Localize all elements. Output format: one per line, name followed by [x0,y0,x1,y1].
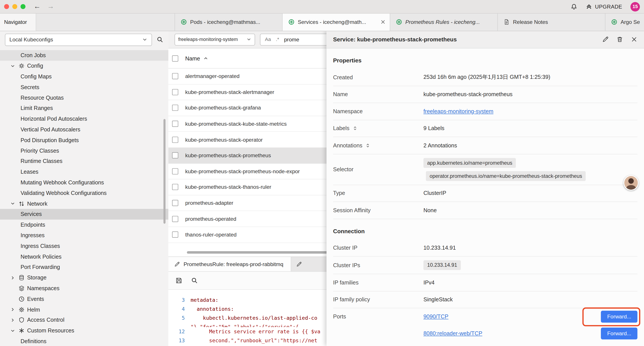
sidebar-item-cron-jobs[interactable]: Cron Jobs [0,50,168,61]
search-value: prome [284,36,299,42]
row-label: thanos-ruler-operated [185,232,236,238]
sidebar-item-resource-quotas[interactable]: Resource Quotas [0,92,168,103]
prop-label: Type [333,190,424,196]
row-checkbox[interactable] [172,232,178,238]
forward-button[interactable]: Forward... [601,328,638,340]
sidebar-item-network[interactable]: Network [0,198,168,209]
floating-user-avatar[interactable] [624,175,638,190]
sidebar-item-priority-classes[interactable]: Priority Classes [0,145,168,156]
tab-release-notes[interactable]: Release Notes [498,13,606,31]
sidebar-item-events[interactable]: Events [0,294,168,304]
kubernetes-icon [396,19,402,25]
back-arrow-icon[interactable]: ← [34,2,41,10]
dock-tab-partial[interactable] [291,257,307,271]
prop-label-text: Labels [333,125,350,131]
row-checkbox[interactable] [172,137,178,143]
code-text: second.","runbook_url":"https://net [190,336,317,345]
select-all-checkbox[interactable] [172,55,178,61]
kubeconfig-select[interactable]: Local Kubeconfigs [5,33,152,46]
row-checkbox[interactable] [172,200,178,206]
row-checkbox[interactable] [172,216,178,222]
sidebar-item-mutating-webhook-configurations[interactable]: Mutating Webhook Configurations [0,177,168,188]
sidebar-item-runtime-classes[interactable]: Runtime Classes [0,156,168,166]
row-checkbox[interactable] [172,152,178,159]
chevron-right-icon[interactable] [10,275,15,280]
prop-label-text: Type [333,190,345,196]
tab-prometheus-rules-icecheng[interactable]: Prometheus Rules - icecheng... [390,13,498,31]
sidebar-item-leases[interactable]: Leases [0,167,168,177]
sidebar-item-port-forwarding[interactable]: Port Forwarding [0,262,168,272]
namespace-select[interactable]: freeleaps-monitoring-system [174,33,255,45]
editor-search-icon[interactable] [191,277,198,284]
row-checkbox[interactable] [172,121,178,127]
row-checkbox[interactable] [172,168,178,174]
sidebar-search-icon[interactable] [156,36,164,43]
match-case-toggle[interactable]: Aa [265,36,271,42]
forward-button[interactable]: Forward... [601,311,638,323]
sidebar-item-helm[interactable]: Helm [0,304,168,315]
sidebar-item-services[interactable]: Services [0,209,168,219]
titlebar-right: UPGRADE 15 [570,2,640,11]
updown-icon[interactable] [352,126,358,131]
prop-label: Cluster IPs [333,262,424,268]
port-link[interactable]: 8080:reloader-web/TCP [424,331,482,337]
row-checkbox[interactable] [172,105,178,111]
sidebar-item-network-policies[interactable]: Network Policies [0,251,168,262]
row-checkbox[interactable] [172,73,178,79]
dock-tab-prometheusrule[interactable]: PrometheusRule: freeleaps-prod-rabbitmq [168,257,291,271]
chevron-down-icon[interactable] [10,63,15,68]
ports-lines: 9090/TCPForward...8080:reloader-web/TCPF… [424,308,638,342]
upgrade-button[interactable]: UPGRADE [586,3,622,10]
sidebar-item-limit-ranges[interactable]: Limit Ranges [0,103,168,113]
sidebar-item-vertical-pod-autoscalers[interactable]: Vertical Pod Autoscalers [0,124,168,135]
sidebar-item-config[interactable]: Config [0,61,168,71]
port-link[interactable]: 9090/TCP [424,314,448,320]
close-icon[interactable] [380,19,386,24]
chevron-down-icon[interactable] [10,201,15,206]
sidebar-item-ingresses[interactable]: Ingresses [0,230,168,241]
sidebar-item-ingress-classes[interactable]: Ingress Classes [0,241,168,251]
chevron-down-icon[interactable] [10,328,15,333]
sidebar-item-horizontal-pod-autoscalers[interactable]: Horizontal Pod Autoscalers [0,114,168,124]
zoom-window-button[interactable] [20,4,26,9]
namespace-link[interactable]: freeleaps-monitoring-system [424,108,494,114]
drawer-actions [602,36,638,43]
regex-toggle[interactable]: .* [276,36,279,42]
sidebar-item-config-maps[interactable]: Config Maps [0,71,168,82]
sidebar-item-pod-disruption-budgets[interactable]: Pod Disruption Budgets [0,135,168,145]
updown-icon[interactable] [365,143,370,148]
forward-arrow-icon[interactable]: → [47,2,54,10]
sidebar-item-endpoints[interactable]: Endpoints [0,219,168,230]
sidebar-item-definitions[interactable]: Definitions [0,336,168,346]
close-icon[interactable] [631,36,638,43]
navigator-tab[interactable]: Navigator [0,13,36,31]
delete-icon[interactable] [616,36,623,43]
sidebar-item-validating-webhook-configurations[interactable]: Validating Webhook Configurations [0,188,168,198]
sidebar-scrollbar-thumb[interactable] [164,119,166,224]
sidebar-item-access-control[interactable]: Access Control [0,315,168,325]
row-label: prometheus-operated [185,216,236,222]
prop-label: Ports [333,308,424,325]
drawer-row-labels: Labels9 Labels [333,120,638,137]
clock-icon [18,296,24,302]
save-icon[interactable] [175,277,182,284]
sidebar-item-namespaces[interactable]: Namespaces [0,283,168,294]
chevron-right-icon[interactable] [10,307,15,312]
sort-ascending-icon[interactable] [204,56,208,61]
tab-pods-icecheng-mathmas[interactable]: Pods - icecheng@mathmas... [175,13,282,31]
close-window-button[interactable] [4,4,9,9]
sidebar-item-custom-resources[interactable]: Custom Resources [0,326,168,336]
sidebar-item-storage[interactable]: Storage [0,272,168,283]
tab-argo-se[interactable]: Argo Se [606,13,644,31]
prop-value: SingleStack [424,297,453,303]
tab-services-icecheng-math[interactable]: Services - icecheng@math... [282,13,390,31]
minimize-window-button[interactable] [12,4,17,9]
notifications-bell-icon[interactable] [570,3,577,10]
drawer-row-session-affinity: Session AffinityNone [333,202,638,219]
row-checkbox[interactable] [172,89,178,95]
notification-count-badge[interactable]: 15 [630,2,640,11]
sidebar-item-secrets[interactable]: Secrets [0,82,168,92]
row-checkbox[interactable] [172,184,178,190]
edit-icon[interactable] [602,36,609,43]
chevron-right-icon[interactable] [10,318,15,322]
